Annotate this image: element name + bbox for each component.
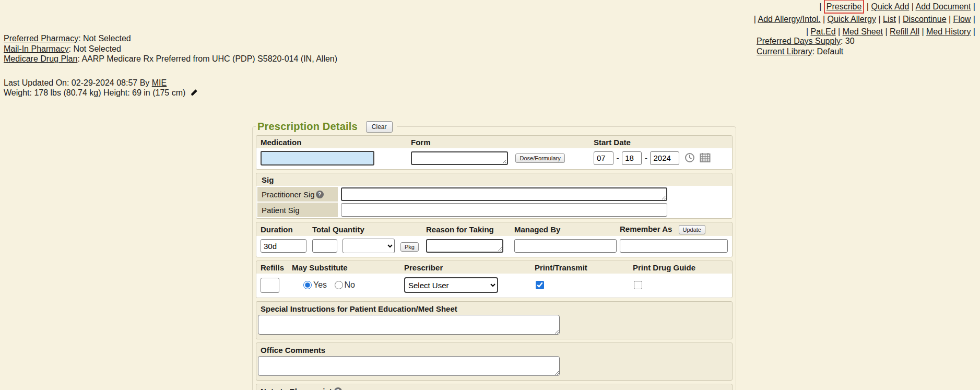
last-updated-user-link[interactable]: MIE <box>152 78 167 87</box>
patient-sig-input[interactable] <box>341 203 667 217</box>
may-substitute-label: May Substitute <box>288 263 400 272</box>
info-link-preferred-pharmacy[interactable]: Preferred Pharmacy <box>4 34 78 43</box>
practitioner-sig-label: Practitioner Sig <box>262 190 315 199</box>
office-comments-input[interactable] <box>258 356 560 376</box>
info-line-mail-in-pharmacy: Mail-In Pharmacy: Not Selected <box>4 44 337 54</box>
nav-link-refill-all[interactable]: Refill All <box>890 27 919 36</box>
note-to-pharmacist-help-icon[interactable]: ? <box>334 387 342 390</box>
info-link-medicare-drug-plan[interactable]: Medicare Drug Plan <box>4 54 77 63</box>
office-comments-label: Office Comments <box>256 343 732 355</box>
nav-link-discontinue[interactable]: Discontinue <box>903 15 947 23</box>
details-section: Duration Total Quantity Reason for Takin… <box>256 222 733 257</box>
nav-link-list[interactable]: List <box>883 15 896 23</box>
info-line-preferred-pharmacy: Preferred Pharmacy: Not Selected <box>4 33 337 44</box>
start-date-label: Start Date <box>589 138 732 147</box>
info-link-preferred-days-supply[interactable]: Preferred Days Supply <box>757 37 841 45</box>
remember-as-label: Remember As <box>620 224 672 233</box>
nav-row-prescribe: | Prescribe | Quick Add | Add Document | <box>754 1 975 13</box>
special-instructions-input[interactable] <box>258 315 560 335</box>
start-date-day-input[interactable] <box>622 151 642 165</box>
vitals-line: Weight: 178 lbs (80.74 kg) Height: 69 in… <box>4 88 337 99</box>
nav-link-add-allergy-intol[interactable]: Add Allergy/Intol. <box>758 15 820 23</box>
refills-input[interactable] <box>261 278 279 293</box>
remember-as-input[interactable] <box>620 239 728 253</box>
may-substitute-yes-option[interactable]: Yes <box>303 280 327 289</box>
calendar-icon[interactable] <box>700 156 711 164</box>
prescribe-highlight-box: Prescribe <box>824 0 865 14</box>
info-line-preferred-days-supply: Preferred Days Supply: 30 <box>757 36 855 46</box>
reason-for-taking-input[interactable] <box>426 239 503 253</box>
prescriber-select[interactable]: Select User <box>404 277 498 293</box>
info-line-medicare-drug-plan: Medicare Drug Plan: AARP Medicare Rx Pre… <box>4 54 337 64</box>
note-to-pharmacist-section: Note to Pharmacist ? <box>256 384 733 390</box>
vitals-text: Weight: 178 lbs (80.74 kg) Height: 69 in… <box>4 88 185 97</box>
top-nav: | Prescribe | Quick Add | Add Document |… <box>754 1 975 38</box>
prescription-details-legend: Prescription Details Clear <box>256 121 397 133</box>
quantity-unit-select[interactable] <box>343 239 395 253</box>
may-substitute-yes-radio[interactable] <box>303 281 312 289</box>
print-transmit-label: Print/Transmit <box>530 263 629 272</box>
sig-header: Sig <box>256 173 732 186</box>
practitioner-sig-help-icon[interactable]: ? <box>316 191 324 198</box>
managed-by-label: Managed By <box>510 225 616 234</box>
nav-link-med-history[interactable]: Med History <box>926 27 971 36</box>
reason-label: Reason for Taking <box>422 225 510 234</box>
options-section: Refills May Substitute Prescriber Print/… <box>256 261 733 298</box>
refills-label: Refills <box>256 263 288 272</box>
date-separator: - <box>616 153 619 162</box>
dose-formulary-button[interactable]: Dose/Formulary <box>515 153 564 163</box>
last-updated-text: Last Updated On: 02-29-2024 08:57 By <box>4 78 149 87</box>
practitioner-sig-input[interactable] <box>341 187 667 201</box>
special-instructions-label: Special Instructions for Patient Educati… <box>256 302 732 314</box>
start-date-month-input[interactable] <box>594 151 613 165</box>
pkg-button[interactable]: Pkg <box>400 242 419 252</box>
form-input[interactable] <box>411 151 508 165</box>
note-to-pharmacist-label: Note to Pharmacist <box>261 387 332 390</box>
edit-vitals-pencil-icon[interactable] <box>190 89 198 99</box>
print-drug-guide-checkbox[interactable] <box>634 281 642 289</box>
nav-link-prescribe[interactable]: Prescribe <box>826 2 862 11</box>
nav-link-add-document[interactable]: Add Document <box>916 2 971 11</box>
clock-icon[interactable] <box>684 156 697 164</box>
sig-section: Sig Practitioner Sig ? Patient Sig <box>256 173 733 219</box>
pharmacy-info-block: Preferred Pharmacy: Not SelectedMail-In … <box>4 33 337 99</box>
nav-row-allergy: | Add Allergy/Intol. | Quick Allergy | L… <box>754 13 975 25</box>
total-quantity-label: Total Quantity <box>308 225 422 234</box>
duration-label: Duration <box>256 225 308 234</box>
total-quantity-input[interactable] <box>312 239 337 253</box>
supply-info-block: Preferred Days Supply: 30Current Library… <box>757 36 855 56</box>
nav-link-quick-allergy[interactable]: Quick Allergy <box>828 15 876 23</box>
prescriber-label: Prescriber <box>400 263 530 272</box>
print-drug-guide-label: Print Drug Guide <box>629 263 732 272</box>
form-label: Form <box>407 138 589 147</box>
nav-link-flow[interactable]: Flow <box>953 15 971 23</box>
pharmacy-lines: Preferred Pharmacy: Not SelectedMail-In … <box>4 33 337 64</box>
info-link-mail-in-pharmacy[interactable]: Mail-In Pharmacy <box>4 44 68 53</box>
medication-section: Medication Form Start Date Dose/Formular… <box>256 135 733 170</box>
page-title: Prescription Details <box>257 121 358 133</box>
may-substitute-no-option[interactable]: No <box>335 280 355 289</box>
office-comments-section: Office Comments <box>256 342 733 381</box>
update-button[interactable]: Update <box>679 225 705 234</box>
medication-label: Medication <box>256 138 407 147</box>
last-updated-line: Last Updated On: 02-29-2024 08:57 By MIE <box>4 78 337 88</box>
supply-lines: Preferred Days Supply: 30Current Library… <box>757 36 855 56</box>
managed-by-input[interactable] <box>514 239 617 253</box>
practitioner-sig-row: Practitioner Sig ? <box>257 187 731 202</box>
nav-link-quick-add[interactable]: Quick Add <box>871 2 909 11</box>
nav-link-pat-ed[interactable]: Pat.Ed <box>811 27 836 36</box>
date-separator: - <box>645 153 647 162</box>
patient-sig-row: Patient Sig <box>257 203 731 217</box>
prescription-details-fieldset: Prescription Details Clear Medication Fo… <box>252 121 736 390</box>
clear-button[interactable]: Clear <box>366 121 393 133</box>
duration-input[interactable] <box>261 239 306 253</box>
print-transmit-checkbox[interactable] <box>536 281 544 289</box>
info-link-current-library[interactable]: Current Library <box>757 47 812 56</box>
medication-input[interactable] <box>261 151 374 166</box>
patient-sig-label: Patient Sig <box>262 206 300 215</box>
may-substitute-no-radio[interactable] <box>335 281 343 289</box>
start-date-year-input[interactable] <box>650 151 679 165</box>
nav-link-med-sheet[interactable]: Med Sheet <box>843 27 883 36</box>
special-instructions-section: Special Instructions for Patient Educati… <box>256 301 733 339</box>
info-line-current-library: Current Library: Default <box>757 46 855 57</box>
